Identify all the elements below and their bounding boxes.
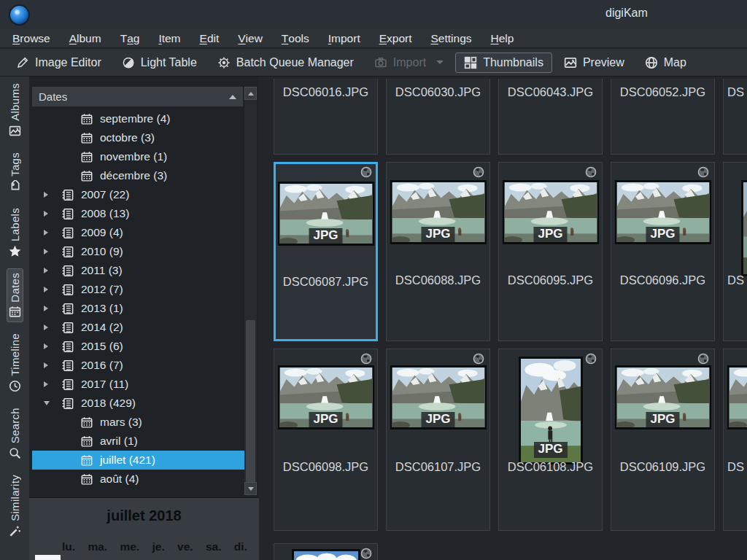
scroll-up-icon <box>248 92 254 96</box>
expander-collapsed-icon[interactable] <box>42 324 61 330</box>
dates-panel-header[interactable]: Dates <box>32 87 243 106</box>
tree-item-d-cembre-3[interactable]: décembre (3) <box>32 166 244 185</box>
dropdown-caret-icon[interactable] <box>436 61 444 64</box>
tree-item-2007-22[interactable]: 2007 (22) <box>32 185 244 204</box>
menu-item-export[interactable]: Export <box>370 29 422 47</box>
map-label: Map <box>664 56 686 69</box>
menu-item-tools[interactable]: Tools <box>272 29 319 47</box>
tree-item-2018-429[interactable]: 2018 (429) <box>32 394 244 413</box>
year-journal-icon <box>61 378 74 391</box>
photo-cell-dsc06016-jpg[interactable]: DSC06016.JPG <box>274 79 378 155</box>
menu-item-import[interactable]: Import <box>319 29 370 47</box>
photo-filename: DSC06088.JPG <box>387 273 489 287</box>
tree-item-label: septembre (4) <box>100 112 170 125</box>
scrollbar-up-button[interactable] <box>244 87 257 100</box>
menu-item-edit[interactable]: Edit <box>190 29 229 47</box>
panel-collapse-arrow-icon[interactable] <box>229 95 236 99</box>
tree-item-2017-11[interactable]: 2017 (11) <box>32 375 244 394</box>
tree-item-2014-2[interactable]: 2014 (2) <box>32 318 244 337</box>
tree-item-2013-1[interactable]: 2013 (1) <box>32 299 244 318</box>
expander-collapsed-icon[interactable] <box>42 268 61 273</box>
calendar-month-icon <box>80 416 93 429</box>
tree-item-juillet-421[interactable]: juillet (421) <box>32 451 244 470</box>
menu-item-settings[interactable]: Settings <box>422 29 481 47</box>
photo-cell-dsc06088-jpg[interactable]: JPGDSC06088.JPG <box>386 162 490 341</box>
year-journal-icon <box>61 341 74 353</box>
calendar-month-icon <box>80 113 93 125</box>
expander-collapsed-icon[interactable] <box>42 362 61 368</box>
map-button[interactable]: Map <box>636 52 695 73</box>
tree-item-2012-7[interactable]: 2012 (7) <box>32 280 244 299</box>
photo-cell-ds[interactable]: DS <box>723 79 747 155</box>
expander-collapsed-icon[interactable] <box>42 249 61 254</box>
tree-item-2009-4[interactable]: 2009 (4) <box>32 223 244 242</box>
geotag-globe-icon <box>585 353 597 365</box>
sidebar-tab-dates[interactable]: Dates <box>7 268 23 323</box>
menu-item-help[interactable]: Help <box>481 29 524 47</box>
menu-item-item[interactable]: Item <box>149 29 190 47</box>
tree-scrollbar[interactable] <box>244 87 257 495</box>
tree-item-novembre-1[interactable]: novembre (1) <box>32 147 244 166</box>
menu-item-tag[interactable]: Tag <box>111 29 150 47</box>
expander-collapsed-icon[interactable] <box>42 343 61 349</box>
menu-item-view[interactable]: View <box>228 29 272 47</box>
tree-item-2008-13[interactable]: 2008 (13) <box>32 204 244 223</box>
weekday-header-me: me. <box>120 540 139 553</box>
photo-cell-dsc06098-jpg[interactable]: JPGDSC06098.JPG <box>274 349 378 531</box>
year-journal-icon <box>61 322 74 334</box>
photo-cell-dsc06108-jpg[interactable]: JPGDSC06108.JPG <box>498 349 603 531</box>
expander-collapsed-icon[interactable] <box>42 230 61 236</box>
tree-item-label: 2008 (13) <box>81 207 129 220</box>
tree-item-septembre-4[interactable]: septembre (4) <box>32 109 244 128</box>
image-editor-button[interactable]: Image Editor <box>7 52 110 73</box>
tree-item-2010-9[interactable]: 2010 (9) <box>32 242 244 261</box>
expander-expanded-icon[interactable] <box>42 401 61 405</box>
scrollbar-down-button[interactable] <box>244 482 257 495</box>
tree-item-label: avril (1) <box>100 435 138 448</box>
menu-item-album[interactable]: Album <box>60 29 111 47</box>
photo-cell-dsc06107-jpg[interactable]: JPGDSC06107.JPG <box>386 349 490 531</box>
photo-cell-dsc06096-jpg[interactable]: JPGDSC06096.JPG <box>611 162 715 341</box>
expander-collapsed-icon[interactable] <box>42 306 61 311</box>
expander-collapsed-icon[interactable] <box>42 211 61 217</box>
light-table-button[interactable]: Light Table <box>113 52 206 73</box>
photo-cell-dsc06043-jpg[interactable]: DSC06043.JPG <box>498 79 603 155</box>
photo-cell-ds[interactable]: JPGDS <box>723 349 747 531</box>
tree-item-2011-3[interactable]: 2011 (3) <box>32 261 244 280</box>
expander-collapsed-icon[interactable] <box>42 192 61 198</box>
tree-item-ao-t-4[interactable]: août (4) <box>32 470 244 489</box>
tree-item-octobre-3[interactable]: octobre (3) <box>32 128 244 147</box>
photo-cell-dsc06109-jpg[interactable]: JPGDSC06109.JPG <box>611 349 715 531</box>
photo-cell-ds[interactable]: JPGDS <box>723 162 747 341</box>
tree-item-avril-1[interactable]: avril (1) <box>32 432 244 451</box>
photo-cell-dsc06052-jpg[interactable]: DSC06052.JPG <box>611 79 715 155</box>
expander-collapsed-icon[interactable] <box>42 287 61 292</box>
photo-thumbnail: JPG <box>727 365 747 429</box>
tree-item-2015-6[interactable]: 2015 (6) <box>32 337 244 356</box>
photo-cell-dsc06095-jpg[interactable]: JPGDSC06095.JPG <box>498 162 603 341</box>
sidebar-tab-tags[interactable]: Tags <box>7 148 23 197</box>
menubar: BrowseAlbumTagItemEditViewToolsImportExp… <box>0 29 747 48</box>
timeline-icon <box>9 380 21 392</box>
scrollbar-thumb[interactable] <box>246 320 255 486</box>
sidebar-tab-labels[interactable]: Labels <box>7 203 23 262</box>
batch-queue-manager-button[interactable]: Batch Queue Manager <box>209 52 363 73</box>
sidebar-tab-search[interactable]: Search <box>7 403 23 464</box>
expander-collapsed-icon[interactable] <box>42 381 61 387</box>
calendar-day-cell[interactable] <box>35 555 61 560</box>
photo-filename: DSC06052.JPG <box>611 85 714 99</box>
tree-item-label: 2014 (2) <box>81 321 123 334</box>
sidebar-tab-albums[interactable]: Albums <box>7 79 23 141</box>
photo-cell-dsc06030-jpg[interactable]: DSC06030.JPG <box>386 79 490 155</box>
tree-item-mars-3[interactable]: mars (3) <box>32 413 244 432</box>
tree-item-2016-7[interactable]: 2016 (7) <box>32 356 244 375</box>
import-button[interactable]: Import <box>365 52 452 73</box>
thumbnails-button[interactable]: Thumbnails <box>455 52 552 73</box>
preview-button[interactable]: Preview <box>555 52 633 73</box>
calendar-month-icon <box>80 132 93 144</box>
menu-item-browse[interactable]: Browse <box>3 29 60 47</box>
sidebar-tab-timeline[interactable]: Timeline <box>7 329 23 397</box>
sidebar-tab-similarity[interactable]: Similarity <box>7 470 23 542</box>
photo-cell[interactable] <box>274 543 378 560</box>
photo-cell-dsc06087-jpg[interactable]: JPGDSC06087.JPG <box>274 162 378 341</box>
